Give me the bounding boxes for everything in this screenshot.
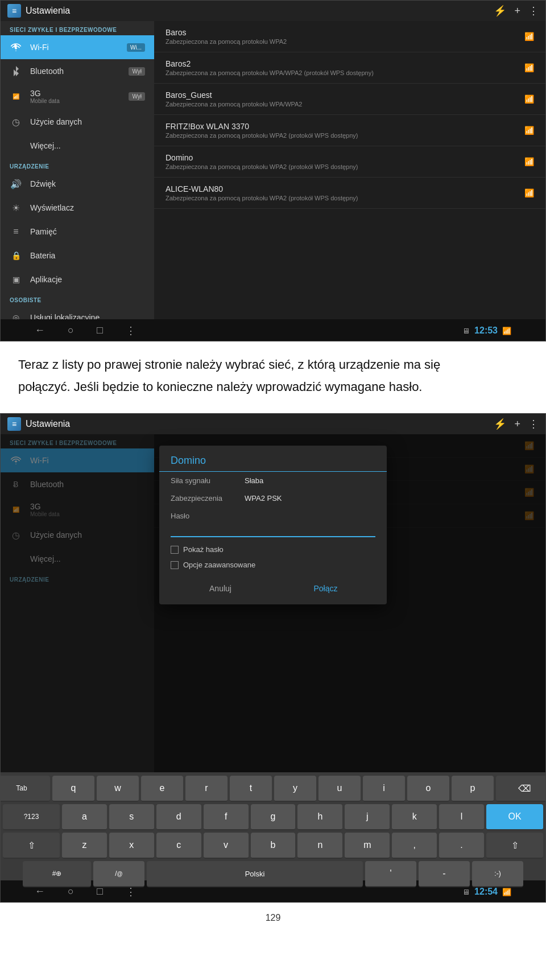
- wifi-name-baros2: Baros2: [166, 59, 374, 68]
- options-icon-2[interactable]: ⋮: [126, 886, 136, 898]
- key-w[interactable]: w: [97, 776, 139, 802]
- key-y[interactable]: y: [274, 776, 316, 802]
- key-smiley[interactable]: :-): [472, 861, 523, 887]
- dialog-show-password-checkbox[interactable]: [171, 546, 179, 554]
- dialog-box: Domino Siła sygnału Słaba Zabezpieczenia…: [159, 446, 387, 604]
- home-icon[interactable]: ○: [68, 324, 74, 337]
- key-r[interactable]: r: [185, 776, 228, 802]
- status-bar-right: ⚡ + ⋮: [494, 5, 539, 17]
- more-icon: [10, 139, 22, 152]
- sidebar-item-memory[interactable]: ≡ Pamięć: [1, 220, 154, 244]
- key-k[interactable]: k: [392, 804, 437, 830]
- sidebar-apps-label: Aplikacje: [30, 275, 145, 284]
- sidebar-item-apps[interactable]: ▣ Aplikacje: [1, 267, 154, 291]
- key-c[interactable]: c: [156, 833, 201, 859]
- dialog-cancel-button[interactable]: Anuluj: [171, 579, 270, 598]
- wifi-signal-baros: 📶: [524, 32, 534, 41]
- key-123[interactable]: ?123: [3, 804, 60, 830]
- key-hash[interactable]: #⊕: [23, 861, 91, 887]
- key-z[interactable]: z: [62, 833, 107, 859]
- key-backspace[interactable]: ⌫: [496, 776, 546, 802]
- nav-bar-right: 🖥 12:53 📶: [462, 326, 511, 336]
- key-m[interactable]: m: [345, 833, 390, 859]
- key-e[interactable]: e: [141, 776, 183, 802]
- key-tab[interactable]: Tab: [0, 776, 50, 802]
- menu-icon-2[interactable]: ⋮: [528, 418, 539, 430]
- dialog-show-password-label: Pokaż hasło: [183, 545, 224, 554]
- flash-icon: ⚡: [494, 5, 506, 17]
- key-apostrophe[interactable]: ': [365, 861, 416, 887]
- key-q[interactable]: q: [52, 776, 94, 802]
- key-t[interactable]: t: [230, 776, 272, 802]
- key-u[interactable]: u: [318, 776, 361, 802]
- status-bar-1: Ustawienia ⚡ + ⋮: [1, 1, 545, 21]
- nav-bar-2-right: 🖥 12:54 📶: [462, 887, 511, 897]
- key-space[interactable]: Polski: [147, 861, 363, 887]
- key-v[interactable]: v: [204, 833, 249, 859]
- key-shift-right[interactable]: ⇧: [486, 833, 543, 859]
- 3g-icon: 📶: [10, 90, 22, 103]
- recents-icon[interactable]: □: [97, 324, 103, 337]
- key-i[interactable]: i: [363, 776, 405, 802]
- key-x[interactable]: x: [109, 833, 154, 859]
- sidebar-item-location[interactable]: ◎ Usługi lokalizacyjne: [1, 306, 154, 319]
- nav-bar-1: ← ○ □ ⋮ 🖥 12:53 📶: [1, 319, 545, 341]
- sidebar-bluetooth-label: Bluetooth: [30, 67, 121, 76]
- key-j[interactable]: j: [345, 804, 390, 830]
- options-icon[interactable]: ⋮: [126, 324, 136, 337]
- key-d[interactable]: d: [156, 804, 201, 830]
- sidebar-item-wifi[interactable]: Wi-Fi Wi...: [1, 35, 154, 59]
- sidebar-bluetooth-badge: Wył: [129, 67, 145, 76]
- sidebar-item-bluetooth[interactable]: Bluetooth Wył: [1, 59, 154, 83]
- wifi-item-domino[interactable]: Domino Zabezpieczona za pomocą protokołu…: [154, 146, 545, 178]
- home-icon-2[interactable]: ○: [68, 886, 74, 898]
- dialog-advanced-checkbox[interactable]: [171, 561, 179, 569]
- key-g[interactable]: g: [251, 804, 296, 830]
- screen1: Ustawienia ⚡ + ⋮ SIECI ZWYKŁE I BEZPRZEW…: [0, 0, 546, 341]
- key-dash[interactable]: -: [419, 861, 470, 887]
- key-p[interactable]: p: [452, 776, 494, 802]
- wifi-name-domino: Domino: [166, 153, 358, 162]
- sidebar-item-battery[interactable]: 🔒 Bateria: [1, 244, 154, 267]
- sidebar-item-3g[interactable]: 📶 3G Mobile data Wył: [1, 83, 154, 110]
- key-slash[interactable]: /@: [93, 861, 144, 887]
- key-f[interactable]: f: [204, 804, 249, 830]
- dialog-value-security: WPA2 PSK: [245, 494, 282, 503]
- sidebar-item-data[interactable]: ◷ Użycie danych: [1, 110, 154, 134]
- wifi-item-alice[interactable]: ALICE-WLAN80 Zabezpieczona za pomocą pro…: [154, 178, 545, 209]
- key-ok[interactable]: OK: [486, 804, 543, 830]
- key-a[interactable]: a: [62, 804, 107, 830]
- key-period[interactable]: .: [439, 833, 484, 859]
- sidebar-item-display[interactable]: ☀ Wyświetlacz: [1, 196, 154, 220]
- dialog-password-input[interactable]: [171, 522, 375, 537]
- key-s[interactable]: s: [109, 804, 154, 830]
- sidebar-item-sound[interactable]: 🔊 Dźwięk: [1, 172, 154, 196]
- wifi-item-fritzbox[interactable]: FRITZ!Box WLAN 3370 Zabezpieczona za pom…: [154, 115, 545, 146]
- wifi-item-baros2[interactable]: Baros2 Zabezpieczona za pomocą protokołu…: [154, 52, 545, 84]
- back-icon-2[interactable]: ←: [35, 886, 45, 898]
- data-icon: ◷: [10, 116, 22, 128]
- sidebar-item-more[interactable]: Więcej...: [1, 134, 154, 158]
- key-b[interactable]: b: [251, 833, 296, 859]
- wifi-name-baros-guest: Baros_Guest: [166, 90, 303, 100]
- key-h[interactable]: h: [297, 804, 342, 830]
- location-icon: ◎: [10, 311, 22, 319]
- back-icon[interactable]: ←: [35, 324, 45, 337]
- time-1: 12:53: [474, 326, 498, 336]
- menu-icon[interactable]: ⋮: [528, 5, 539, 17]
- wifi-item-baros[interactable]: Baros Zabezpieczona za pomocą protokołu …: [154, 21, 545, 52]
- key-l[interactable]: l: [439, 804, 484, 830]
- app-icon: [7, 4, 21, 18]
- key-shift-left[interactable]: ⇧: [3, 833, 60, 859]
- apps-icon: ▣: [10, 273, 22, 286]
- recents-icon-2[interactable]: □: [97, 886, 103, 898]
- wifi-item-baros-guest[interactable]: Baros_Guest Zabezpieczona za pomocą prot…: [154, 84, 545, 115]
- sidebar-memory-label: Pamięć: [30, 227, 145, 236]
- dialog-connect-button[interactable]: Połącz: [276, 579, 375, 598]
- key-n[interactable]: n: [297, 833, 342, 859]
- status-bar-2: Ustawienia ⚡ + ⋮: [1, 414, 545, 434]
- key-comma[interactable]: ,: [392, 833, 437, 859]
- sidebar-display-label: Wyświetlacz: [30, 203, 145, 212]
- key-o[interactable]: o: [407, 776, 449, 802]
- time-2: 12:54: [474, 887, 498, 897]
